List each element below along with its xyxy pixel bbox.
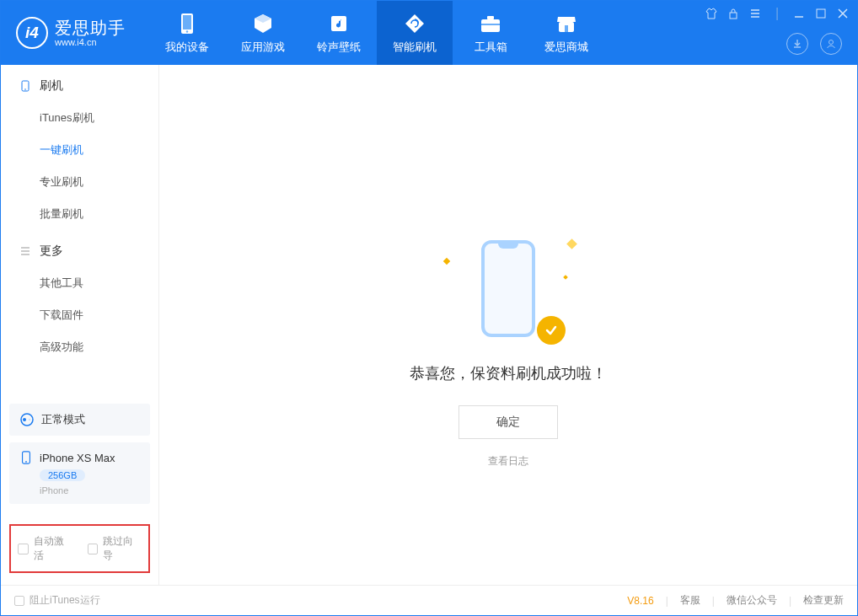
close-button[interactable] (837, 8, 849, 19)
music-icon (329, 11, 349, 36)
maximize-button[interactable] (815, 8, 827, 19)
window-controls-top: | (705, 8, 849, 19)
app-name: 爱思助手 (55, 19, 126, 37)
device-card[interactable]: iPhone XS Max 256GB iPhone (9, 442, 150, 504)
sidebar-item-pro-flash[interactable]: 专业刷机 (1, 166, 158, 198)
checkbox-skip-guide[interactable]: 跳过向导 (88, 534, 142, 563)
logo-icon: i4 (16, 17, 48, 49)
svg-point-18 (25, 461, 27, 463)
checkbox-icon (88, 544, 99, 554)
briefcase-icon (480, 11, 501, 36)
sidebar-item-batch-flash[interactable]: 批量刷机 (1, 198, 158, 230)
device-icon (179, 11, 196, 36)
svg-point-16 (29, 419, 30, 420)
highlighted-checks: 自动激活 跳过向导 (9, 524, 150, 573)
checkbox-block-itunes[interactable]: 阻止iTunes运行 (14, 593, 100, 608)
footer-link-support[interactable]: 客服 (680, 593, 700, 608)
mode-card[interactable]: 正常模式 (9, 404, 150, 436)
sidebar-item-download-firmware[interactable]: 下载固件 (1, 299, 158, 331)
app-url: www.i4.cn (55, 37, 126, 47)
nav-toolbox[interactable]: 工具箱 (453, 1, 528, 65)
sidebar-item-other-tools[interactable]: 其他工具 (1, 267, 158, 299)
svg-rect-5 (487, 16, 494, 19)
device-capacity: 256GB (40, 469, 85, 481)
footer-link-wechat[interactable]: 微信公众号 (727, 593, 777, 608)
main-content: 恭喜您，保资料刷机成功啦！ 确定 查看日志 (159, 65, 857, 585)
svg-rect-8 (565, 25, 568, 32)
view-log-link[interactable]: 查看日志 (488, 454, 528, 469)
checkbox-auto-activate[interactable]: 自动激活 (18, 534, 72, 563)
nav-ringtones[interactable]: 铃声壁纸 (301, 1, 377, 65)
title-circle-buttons (786, 33, 842, 55)
sidebar-section-flash: 刷机 (1, 65, 158, 102)
svg-point-2 (186, 30, 188, 32)
device-kind: iPhone (40, 485, 140, 495)
mode-icon (19, 412, 35, 427)
minimize-button[interactable] (793, 8, 805, 19)
logo[interactable]: i4 爱思助手 www.i4.cn (16, 17, 126, 49)
svg-rect-9 (730, 13, 737, 19)
footer-link-update[interactable]: 检查更新 (803, 593, 844, 608)
sidebar-item-one-click-flash[interactable]: 一键刷机 (1, 134, 158, 166)
sparkle-icon (443, 258, 450, 265)
success-illustration (458, 233, 559, 343)
user-button[interactable] (820, 33, 842, 55)
main-nav: 我的设备 应用游戏 铃声壁纸 智能刷机 工具箱 爱思商城 (149, 1, 604, 65)
refresh-icon (404, 11, 426, 36)
ok-button[interactable]: 确定 (458, 405, 558, 439)
list-icon (19, 245, 31, 257)
phone-icon (19, 80, 31, 92)
app-window: i4 爱思助手 www.i4.cn 我的设备 应用游戏 铃声壁纸 智能刷机 (0, 0, 858, 616)
svg-point-15 (23, 418, 26, 421)
divider-icon: | (771, 8, 783, 19)
titlebar: i4 爱思助手 www.i4.cn 我的设备 应用游戏 铃声壁纸 智能刷机 (1, 1, 857, 65)
sidebar-section-more: 更多 (1, 230, 158, 267)
lock-icon[interactable] (727, 8, 739, 19)
device-name: iPhone XS Max (40, 452, 115, 464)
svg-rect-1 (183, 15, 191, 29)
footer-right: V8.16 | 客服 | 微信公众号 | 检查更新 (627, 593, 844, 608)
check-badge-icon (537, 316, 566, 345)
svg-rect-10 (817, 9, 825, 18)
checkbox-icon (18, 544, 29, 554)
download-button[interactable] (786, 33, 808, 55)
tshirt-icon[interactable] (705, 8, 717, 19)
nav-shop[interactable]: 爱思商城 (528, 1, 604, 65)
body: 刷机 iTunes刷机 一键刷机 专业刷机 批量刷机 更多 其他工具 下载固件 … (1, 65, 857, 585)
checkbox-icon (14, 596, 24, 606)
success-message: 恭喜您，保资料刷机成功啦！ (410, 363, 607, 383)
success-panel: 恭喜您，保资料刷机成功啦！ 确定 查看日志 (159, 233, 857, 469)
sidebar-item-advanced[interactable]: 高级功能 (1, 331, 158, 363)
sparkle-icon (566, 238, 577, 249)
nav-my-device[interactable]: 我的设备 (149, 1, 225, 65)
iphone-icon (19, 451, 33, 464)
menu-icon[interactable] (749, 8, 761, 19)
nav-apps-games[interactable]: 应用游戏 (225, 1, 301, 65)
sidebar: 刷机 iTunes刷机 一键刷机 专业刷机 批量刷机 更多 其他工具 下载固件 … (1, 65, 159, 585)
sparkle-icon (563, 275, 568, 280)
svg-point-13 (24, 88, 26, 90)
nav-smart-flash[interactable]: 智能刷机 (377, 1, 453, 65)
footer: 阻止iTunes运行 V8.16 | 客服 | 微信公众号 | 检查更新 (1, 585, 857, 615)
svg-point-11 (829, 40, 834, 45)
svg-rect-6 (481, 24, 500, 25)
cube-icon (252, 11, 274, 36)
sidebar-item-itunes-flash[interactable]: iTunes刷机 (1, 102, 158, 134)
version-label: V8.16 (627, 595, 653, 607)
svg-rect-4 (481, 19, 500, 32)
shop-icon (555, 11, 577, 36)
